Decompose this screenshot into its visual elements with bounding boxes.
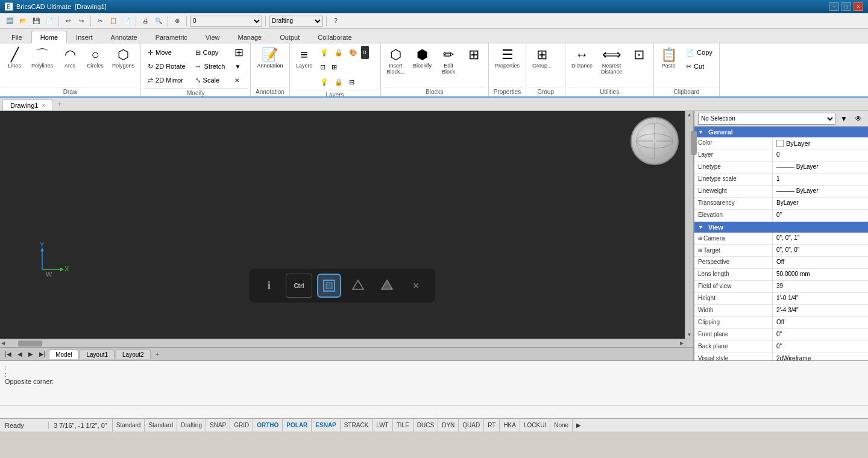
none-button[interactable]: None [550,419,572,431]
height-value[interactable]: 1'-0 1/4" [773,293,868,304]
tab-manage[interactable]: Manage [228,31,271,43]
stretch-button[interactable]: ↔ Stretch [191,60,230,73]
polar-button[interactable]: POLAR [282,419,311,431]
modify-extra-2[interactable]: ▼ [230,60,248,73]
tab-collaborate[interactable]: Collaborate [309,31,360,43]
prop-eye-button[interactable]: 👁 [852,113,864,125]
help-button[interactable]: ? [330,15,342,27]
scale-button[interactable]: ⤡ Scale [191,74,230,87]
h-scroll-track[interactable] [6,339,679,348]
lens-length-value[interactable]: 50.0000 mm [773,269,868,280]
dyn-button[interactable]: DYN [438,419,458,431]
grid-button[interactable]: GRID [230,419,253,431]
tab-parametric[interactable]: Parametric [146,31,197,43]
undo-button[interactable]: ↩ [62,15,74,27]
quad-button[interactable]: QUAD [458,419,483,431]
print-button[interactable]: 🖨 [139,15,151,27]
float-info-button[interactable]: ℹ [257,274,281,298]
save-as-button[interactable]: 📄 [43,15,55,27]
new-button[interactable]: 🆕 [4,15,16,27]
layer-tool-4[interactable]: 0 [361,46,369,59]
close-button[interactable]: × [854,2,863,11]
ducs-button[interactable]: DUCS [413,419,438,431]
float-2d-wireframe-button[interactable] [317,274,341,298]
transparency-value[interactable]: ByLayer [773,198,868,209]
rt-button[interactable]: RT [483,419,499,431]
open-button[interactable]: 📂 [17,15,29,27]
copy-button[interactable]: ⊞ Copy [191,46,230,59]
minimize-button[interactable]: − [829,2,839,11]
tile-button[interactable]: TILE [392,419,413,431]
front-plane-value[interactable]: 0" [773,329,868,340]
width-value[interactable]: 2'-4 3/4" [773,305,868,316]
h-scroll-thumb[interactable] [18,340,42,347]
scroll-down-button[interactable]: ▼ [686,331,693,339]
blockify-button[interactable]: ⬢ Blockify [409,46,435,71]
maximize-button[interactable]: □ [841,2,851,11]
tab-insert[interactable]: Insert [67,31,102,43]
layer-tool-9[interactable]: ⊟ [347,75,357,89]
linetype-value[interactable]: ——— ByLayer [773,162,868,173]
tab-view[interactable]: View [197,31,229,43]
layer-tool-2[interactable]: 🔒 [332,46,345,59]
properties-ribbon-button[interactable]: ☰ Properties [491,46,523,71]
tab-file[interactable]: File [2,31,31,43]
standard-mode-2[interactable]: Standard [144,419,177,431]
esnap-button[interactable]: ESNAP [311,419,339,431]
float-3d-shaded-button[interactable] [375,274,399,298]
scroll-left-button[interactable]: ◀ [0,339,6,347]
v-scroll-thumb[interactable] [691,131,697,155]
layout-nav-first[interactable]: |◀ [2,351,14,357]
polylines-button[interactable]: ⌒ Polylines [28,46,57,71]
nearest-distance-button[interactable]: ⟺ NearestDistance [597,46,626,77]
modify-extra-3[interactable]: ✕ [230,74,248,87]
status-arrow-button[interactable]: ▶ [572,419,585,431]
layer-value[interactable]: 0 [773,149,868,161]
block-extra-button[interactable]: ⊞ [462,46,486,65]
clipboard-cut-button[interactable]: ✂ Cut [682,60,717,73]
view-section-header[interactable]: ▼ View [694,222,868,233]
layout-nav-next[interactable]: ▶ [26,351,36,357]
workspace-selector[interactable]: Drafting [269,16,323,27]
lockui-button[interactable]: LOCKUI [520,419,550,431]
drafting-mode[interactable]: Drafting [177,419,206,431]
layout-tab-layout1[interactable]: Layout1 [80,350,115,359]
back-plane-value[interactable]: 0" [773,341,868,353]
float-close-button[interactable]: × [404,274,428,298]
rotate-2d-button[interactable]: ↻ 2D Rotate [143,60,190,73]
lines-button[interactable]: ╱ Lines [2,46,27,71]
target-value[interactable]: 0", 0", 0" [773,245,868,256]
hka-button[interactable]: HKA [499,419,520,431]
general-section-header[interactable]: ▼ General [694,127,868,137]
copy-qat-button[interactable]: 📋 [107,15,119,27]
layer-selector[interactable]: 0 [190,16,262,27]
camera-value[interactable]: 0", 0", 1" [773,233,868,244]
insert-block-button[interactable]: ⬡ InsertBlock... [383,46,409,77]
elevation-value[interactable]: 0" [773,210,868,221]
tab-annotate[interactable]: Annotate [102,31,146,43]
prop-filter-button[interactable]: ▼ [838,113,850,125]
viewport[interactable]: X Y W ℹ Ctrl [0,111,693,339]
layout-tab-model[interactable]: Model [49,350,78,359]
print-preview-button[interactable]: 🔍 [153,15,165,27]
cut-button[interactable]: ✂ [94,15,106,27]
layer-tool-1[interactable]: 💡 [318,46,331,59]
strack-button[interactable]: STRACK [340,419,373,431]
layout-tab-add[interactable]: + [152,350,163,359]
layer-tool-8[interactable]: 🔒 [332,75,345,89]
layer-tool-7[interactable]: 💡 [318,75,331,89]
doc-tab-drawing1[interactable]: Drawing1 × [2,99,53,110]
scroll-up-button[interactable]: ▲ [686,111,693,119]
selection-dropdown[interactable]: No Selection [698,113,835,125]
polygons-button[interactable]: ⬡ Polygons [108,46,138,71]
tab-home[interactable]: Home [31,31,67,43]
paste-qat-button[interactable]: 📄 [121,15,133,27]
layout-tab-layout2[interactable]: Layout2 [116,350,151,359]
modify-extra-1[interactable]: ⊞ [230,46,248,59]
lwt-button[interactable]: LWT [372,419,392,431]
drawing-canvas[interactable]: X Y W ℹ Ctrl [0,111,685,339]
fov-value[interactable]: 39 [773,281,868,292]
edit-block-button[interactable]: ✏ EditBlock [436,46,461,77]
visual-style-value[interactable]: 2dWireframe [773,353,868,360]
clipboard-copy-button[interactable]: 📄 Copy [682,46,717,59]
